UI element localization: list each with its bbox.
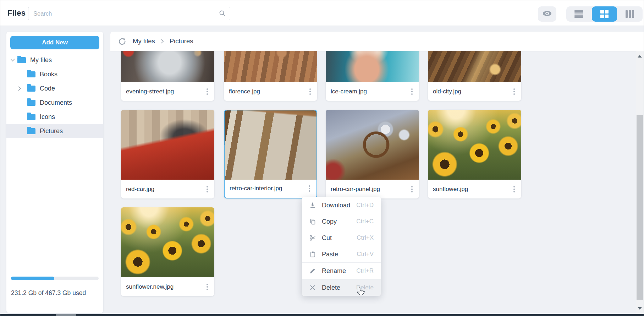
chevron-right-icon[interactable] bbox=[18, 86, 23, 91]
file-thumbnail bbox=[428, 110, 521, 180]
vertical-scrollbar[interactable] bbox=[636, 51, 644, 314]
file-thumbnail bbox=[121, 51, 214, 82]
search-input[interactable] bbox=[28, 7, 230, 20]
view-columns-button[interactable] bbox=[617, 6, 643, 22]
file-menu-button[interactable] bbox=[204, 86, 211, 97]
search-icon bbox=[219, 10, 226, 18]
sidebar-item-label: Pictures bbox=[40, 127, 63, 135]
eye-icon bbox=[542, 10, 552, 18]
breadcrumb-item-my-files[interactable]: My files bbox=[133, 37, 155, 45]
app-title: Files bbox=[7, 0, 26, 26]
sidebar-item-label: Icons bbox=[40, 113, 55, 121]
file-menu-button[interactable] bbox=[408, 184, 415, 195]
scroll-down-arrow[interactable] bbox=[638, 307, 642, 310]
x-icon bbox=[309, 284, 317, 291]
file-menu-button[interactable] bbox=[204, 282, 211, 292]
file-manager-window: Files Add New bbox=[0, 0, 644, 316]
shortcut-hint: Ctrl+D bbox=[356, 202, 374, 209]
file-card[interactable]: retro-car-panel.jpg bbox=[326, 110, 419, 198]
breadcrumb: My files Pictures bbox=[110, 32, 644, 51]
file-name: evening-street.jpg bbox=[126, 88, 204, 95]
file-menu-button[interactable] bbox=[204, 184, 211, 195]
grid-view-icon bbox=[600, 10, 609, 18]
sidebar-item-code[interactable]: Code bbox=[6, 81, 103, 96]
folder-icon bbox=[27, 71, 35, 77]
horizontal-scrollbar-thumb[interactable] bbox=[56, 314, 76, 316]
file-thumbnail bbox=[224, 51, 317, 82]
top-bar: Files bbox=[0, 0, 644, 26]
files-grid: evening-street.jpg florence.jpg ice-crea… bbox=[110, 51, 636, 314]
view-grid-button[interactable] bbox=[592, 6, 617, 22]
file-menu-button[interactable] bbox=[511, 184, 518, 195]
sidebar: Add New My files Books Code Documents Ic… bbox=[6, 32, 103, 313]
list-view-icon bbox=[574, 10, 583, 17]
context-menu-item-cut[interactable]: Cut Ctrl+X bbox=[302, 230, 381, 246]
folder-icon bbox=[27, 100, 35, 106]
file-thumbnail bbox=[121, 110, 214, 180]
file-card-selected[interactable]: retro-car-interior.jpg bbox=[224, 110, 317, 198]
file-name: red-car.jpg bbox=[126, 186, 204, 193]
file-name: retro-car-interior.jpg bbox=[230, 185, 306, 192]
sidebar-item-pictures[interactable]: Pictures bbox=[6, 124, 103, 138]
file-name: old-city.jpg bbox=[433, 88, 511, 95]
folder-icon bbox=[17, 57, 26, 63]
context-menu-item-rename[interactable]: Rename Ctrl+R bbox=[302, 263, 381, 279]
storage-usage-text: 231.2 Gb of 467.3 Gb used bbox=[11, 289, 86, 297]
file-menu-button[interactable] bbox=[306, 183, 313, 194]
context-menu-item-paste[interactable]: Paste Ctrl+V bbox=[302, 246, 381, 262]
scroll-up-arrow[interactable] bbox=[638, 55, 642, 58]
file-card[interactable]: red-car.jpg bbox=[121, 110, 214, 198]
file-thumbnail bbox=[225, 110, 317, 180]
columns-view-icon bbox=[626, 10, 634, 18]
clipboard-icon bbox=[309, 251, 317, 258]
context-menu: Download Ctrl+D Copy Ctrl+C Cut Ctrl+X bbox=[302, 197, 381, 296]
folder-icon bbox=[27, 114, 35, 120]
vertical-scrollbar-thumb[interactable] bbox=[637, 115, 643, 300]
context-menu-item-copy[interactable]: Copy Ctrl+C bbox=[302, 213, 381, 230]
view-mode-switcher bbox=[566, 6, 643, 22]
file-menu-button[interactable] bbox=[511, 86, 518, 97]
file-thumbnail bbox=[326, 110, 419, 180]
copy-icon bbox=[309, 218, 317, 225]
search-box bbox=[28, 7, 230, 20]
folder-icon bbox=[27, 128, 35, 134]
sidebar-item-label: Documents bbox=[40, 99, 72, 107]
scissors-icon bbox=[309, 234, 317, 241]
sidebar-item-label: My files bbox=[30, 56, 52, 64]
pencil-icon bbox=[309, 267, 317, 274]
shortcut-hint: Ctrl+C bbox=[356, 218, 374, 225]
file-name: retro-car-panel.jpg bbox=[331, 186, 408, 193]
file-card[interactable]: old-city.jpg bbox=[428, 51, 521, 101]
refresh-icon[interactable] bbox=[118, 37, 126, 45]
shortcut-hint: Ctrl+X bbox=[357, 234, 374, 241]
file-thumbnail bbox=[121, 207, 214, 277]
sidebar-item-label: Books bbox=[40, 71, 57, 78]
file-menu-button[interactable] bbox=[307, 86, 314, 97]
context-menu-item-download[interactable]: Download Ctrl+D bbox=[302, 197, 381, 213]
breadcrumb-separator-icon bbox=[161, 39, 164, 44]
sidebar-item-icons[interactable]: Icons bbox=[6, 110, 103, 124]
file-card[interactable]: ice-cream.jpg bbox=[326, 51, 419, 101]
horizontal-scrollbar[interactable] bbox=[0, 314, 644, 316]
file-card[interactable]: sunflower.jpg bbox=[428, 110, 521, 198]
shortcut-hint: Ctrl+V bbox=[357, 251, 374, 258]
sidebar-item-documents[interactable]: Documents bbox=[6, 96, 103, 110]
file-card[interactable]: evening-street.jpg bbox=[121, 51, 214, 101]
file-name: florence.jpg bbox=[229, 88, 307, 95]
chevron-down-icon[interactable] bbox=[10, 59, 15, 62]
breadcrumb-item-pictures[interactable]: Pictures bbox=[170, 37, 193, 45]
download-icon bbox=[309, 202, 317, 209]
sidebar-item-my-files[interactable]: My files bbox=[6, 53, 103, 67]
shortcut-hint: Delete bbox=[356, 284, 374, 291]
folder-icon bbox=[27, 86, 35, 92]
preview-toggle-button[interactable] bbox=[538, 6, 556, 22]
sidebar-item-books[interactable]: Books bbox=[6, 67, 103, 81]
storage-progress-bar bbox=[11, 277, 99, 280]
file-card[interactable]: sunflower.new.jpg bbox=[121, 207, 214, 296]
add-new-button[interactable]: Add New bbox=[10, 36, 99, 49]
file-thumbnail bbox=[326, 51, 419, 82]
file-menu-button[interactable] bbox=[408, 86, 415, 97]
view-list-button[interactable] bbox=[566, 6, 592, 22]
context-menu-item-delete[interactable]: Delete Delete bbox=[302, 279, 381, 296]
file-card[interactable]: florence.jpg bbox=[224, 51, 317, 101]
